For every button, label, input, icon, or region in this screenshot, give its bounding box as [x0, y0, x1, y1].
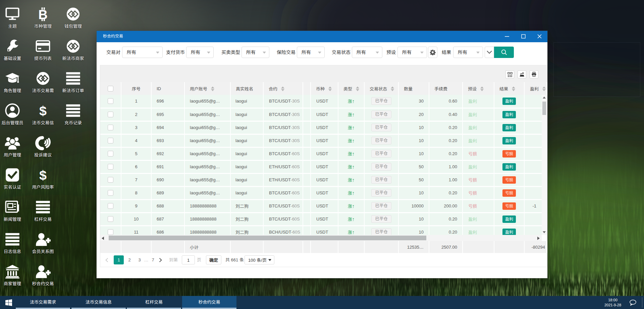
svg-text:B: B: [38, 7, 48, 21]
svg-text:$: $: [39, 168, 47, 182]
svg-text:$: $: [39, 103, 47, 118]
